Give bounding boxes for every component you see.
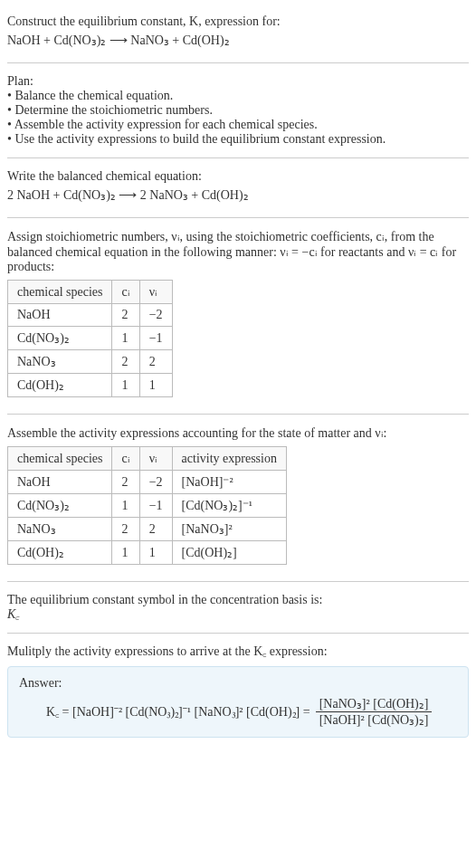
cell-ci: 2 bbox=[112, 304, 139, 327]
table-row: Cd(NO₃)₂ 1 −1 [Cd(NO₃)₂]⁻¹ bbox=[8, 494, 287, 518]
plan-title: Plan: bbox=[7, 74, 469, 89]
cell-ci: 2 bbox=[112, 471, 139, 494]
activity-section: Assemble the activity expressions accoun… bbox=[7, 418, 469, 577]
table-row: Cd(NO₃)₂ 1 −1 bbox=[8, 327, 173, 350]
multiply-text: Mulitply the activity expressions to arr… bbox=[7, 644, 469, 659]
table-row: NaOH 2 −2 [NaOH]⁻² bbox=[8, 471, 287, 494]
table-header-row: chemical species cᵢ νᵢ bbox=[8, 281, 173, 304]
cell-vi: −2 bbox=[139, 304, 172, 327]
divider bbox=[7, 414, 469, 415]
multiply-section: Mulitply the activity expressions to arr… bbox=[7, 637, 469, 745]
cell-vi: −2 bbox=[139, 471, 172, 494]
kc-expression: K꜀ = [NaOH]⁻² [Cd(NO₃)₂]⁻¹ [NaNO₃]² [Cd(… bbox=[19, 696, 457, 728]
answer-label: Answer: bbox=[19, 676, 457, 691]
col-vi: νᵢ bbox=[139, 281, 172, 304]
kc-fraction: [NaNO₃]² [Cd(OH)₂] [NaOH]² [Cd(NO₃)₂] bbox=[316, 696, 433, 728]
kc-lhs: K꜀ = [NaOH]⁻² [Cd(NO₃)₂]⁻¹ [NaNO₃]² [Cd(… bbox=[46, 705, 310, 720]
symbol-kc: K꜀ bbox=[7, 607, 469, 622]
cell-expr: [NaOH]⁻² bbox=[172, 471, 286, 494]
cell-species: NaNO₃ bbox=[8, 350, 112, 374]
col-species: chemical species bbox=[8, 281, 112, 304]
cell-species: Cd(OH)₂ bbox=[8, 374, 112, 397]
activity-table: chemical species cᵢ νᵢ activity expressi… bbox=[7, 446, 287, 565]
table-row: Cd(OH)₂ 1 1 bbox=[8, 374, 173, 397]
cell-ci: 1 bbox=[112, 494, 139, 518]
col-ci: cᵢ bbox=[112, 447, 139, 471]
stoich-desc: Assign stoichiometric numbers, νᵢ, using… bbox=[7, 229, 469, 274]
cell-species: NaOH bbox=[8, 471, 112, 494]
stoich-table: chemical species cᵢ νᵢ NaOH 2 −2 Cd(NO₃)… bbox=[7, 280, 173, 397]
cell-species: Cd(NO₃)₂ bbox=[8, 327, 112, 350]
col-species: chemical species bbox=[8, 447, 112, 471]
cell-vi: 1 bbox=[139, 541, 172, 565]
cell-expr: [Cd(NO₃)₂]⁻¹ bbox=[172, 494, 286, 518]
table-row: NaOH 2 −2 bbox=[8, 304, 173, 327]
activity-desc: Assemble the activity expressions accoun… bbox=[7, 425, 469, 441]
divider bbox=[7, 217, 469, 218]
cell-species: Cd(NO₃)₂ bbox=[8, 494, 112, 518]
symbol-text: The equilibrium constant symbol in the c… bbox=[7, 593, 469, 607]
unbalanced-equation: NaOH + Cd(NO₃)₂ ⟶ NaNO₃ + Cd(OH)₂ bbox=[7, 33, 469, 48]
stoich-section: Assign stoichiometric numbers, νᵢ, using… bbox=[7, 222, 469, 410]
cell-vi: 2 bbox=[139, 518, 172, 541]
table-header-row: chemical species cᵢ νᵢ activity expressi… bbox=[8, 447, 287, 471]
prompt-text: Construct the equilibrium constant, K, e… bbox=[7, 14, 469, 29]
balanced-equation: 2 NaOH + Cd(NO₃)₂ ⟶ 2 NaNO₃ + Cd(OH)₂ bbox=[7, 187, 469, 203]
balanced-section: Write the balanced chemical equation: 2 … bbox=[7, 162, 469, 214]
kc-denominator: [NaOH]² [Cd(NO₃)₂] bbox=[316, 712, 433, 728]
cell-vi: −1 bbox=[139, 327, 172, 350]
plan-item: • Balance the chemical equation. bbox=[7, 89, 469, 103]
plan-section: Plan: • Balance the chemical equation. •… bbox=[7, 67, 469, 154]
divider bbox=[7, 581, 469, 582]
cell-expr: [Cd(OH)₂] bbox=[172, 541, 286, 565]
table-row: Cd(OH)₂ 1 1 [Cd(OH)₂] bbox=[8, 541, 287, 565]
balanced-title: Write the balanced chemical equation: bbox=[7, 169, 469, 184]
cell-species: NaOH bbox=[8, 304, 112, 327]
cell-ci: 1 bbox=[112, 374, 139, 397]
col-vi: νᵢ bbox=[139, 447, 172, 471]
col-ci: cᵢ bbox=[112, 281, 139, 304]
divider bbox=[7, 633, 469, 634]
table-row: NaNO₃ 2 2 bbox=[8, 350, 173, 374]
answer-box: Answer: K꜀ = [NaOH]⁻² [Cd(NO₃)₂]⁻¹ [NaNO… bbox=[7, 666, 469, 738]
cell-ci: 1 bbox=[112, 541, 139, 565]
cell-species: Cd(OH)₂ bbox=[8, 541, 112, 565]
cell-expr: [NaNO₃]² bbox=[172, 518, 286, 541]
cell-vi: 1 bbox=[139, 374, 172, 397]
plan-item: • Use the activity expressions to build … bbox=[7, 132, 469, 147]
cell-species: NaNO₃ bbox=[8, 518, 112, 541]
col-expr: activity expression bbox=[172, 447, 286, 471]
divider bbox=[7, 62, 469, 63]
cell-ci: 2 bbox=[112, 350, 139, 374]
cell-vi: 2 bbox=[139, 350, 172, 374]
plan-item: • Determine the stoichiometric numbers. bbox=[7, 103, 469, 118]
symbol-section: The equilibrium constant symbol in the c… bbox=[7, 586, 469, 629]
cell-ci: 2 bbox=[112, 518, 139, 541]
plan-item: • Assemble the activity expression for e… bbox=[7, 118, 469, 132]
cell-ci: 1 bbox=[112, 327, 139, 350]
cell-vi: −1 bbox=[139, 494, 172, 518]
divider bbox=[7, 157, 469, 158]
kc-numerator: [NaNO₃]² [Cd(OH)₂] bbox=[316, 696, 433, 712]
table-row: NaNO₃ 2 2 [NaNO₃]² bbox=[8, 518, 287, 541]
prompt-section: Construct the equilibrium constant, K, e… bbox=[7, 7, 469, 59]
